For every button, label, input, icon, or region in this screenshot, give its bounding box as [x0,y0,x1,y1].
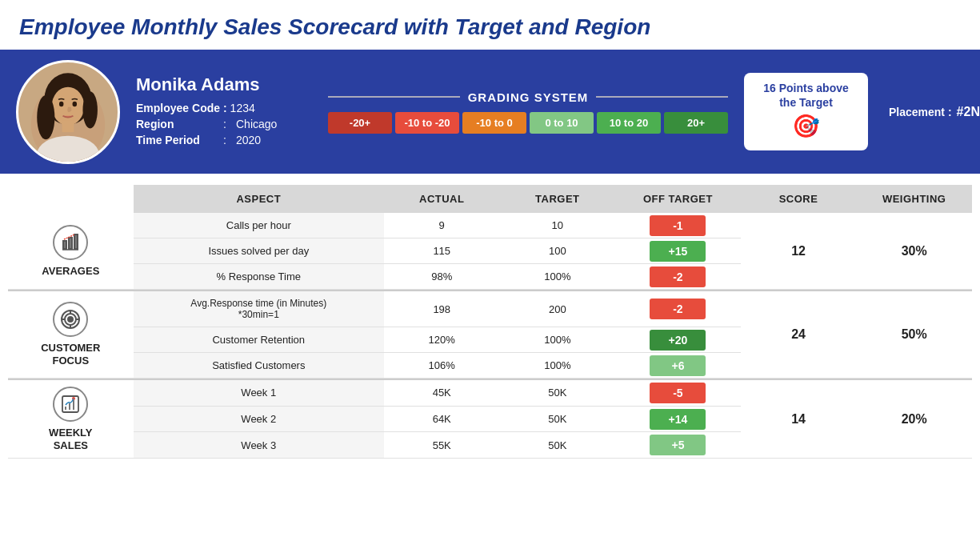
actual-cell: 98% [384,264,500,290]
bar-chart-icon [53,225,88,260]
weighting-averages: 30% [856,213,972,290]
region-colon: : [223,118,233,130]
svg-point-8 [73,101,78,106]
grade-bar-3: -10 to 0 [462,112,526,134]
off-target-cell: +6 [615,353,741,379]
table-row: WEEKLYSALES Week 1 45K 50K -5 14 20% [8,379,972,406]
actual-cell: 45K [384,379,500,406]
actual-cell: 55K [384,432,500,459]
aspect-cell: Customer Retention [134,327,384,353]
svg-point-3 [37,94,54,138]
grade-bar-1: -20+ [328,112,392,134]
off-target-cell: +20 [615,327,741,353]
grading-bars: -20+ -10 to -20 -10 to 0 0 to 10 10 to 2… [328,112,728,134]
region-label: Region [136,118,220,130]
off-target-cell: +14 [615,406,741,432]
target-cell: 100% [500,264,616,290]
svg-rect-6 [62,120,74,132]
aspect-cell: Avg.Response time (in Minutes)*30min=1 [134,291,384,327]
placement-section: Placement : #2ND [889,105,980,119]
page-title: Employee Monthly Sales Scorecard with Ta… [0,0,980,50]
code-label: Employee Code : [136,102,227,114]
off-target-cell: -5 [615,379,741,406]
target-cell: 50K [500,379,616,406]
employee-info: Monika Adams Employee Code : 1234 Region… [136,74,312,150]
svg-rect-9 [63,241,66,249]
target-icon [53,302,88,337]
placement-value: #2ND [957,105,980,119]
svg-rect-10 [69,238,72,249]
off-target-cell: -2 [615,291,741,327]
category-weekly-sales-label: WEEKLYSALES [49,427,92,451]
header-banner: Monika Adams Employee Code : 1234 Region… [0,50,980,174]
avatar [16,60,120,164]
svg-point-7 [59,101,64,106]
weighting-customer-focus: 50% [856,291,972,379]
header-actual: ACTUAL [384,185,500,213]
table-header-row: ASPECT ACTUAL TARGET OFF TARGET SCORE WE… [8,185,972,213]
target-cell: 100% [500,327,616,353]
target-cell: 100% [500,353,616,379]
actual-cell: 115 [384,238,500,264]
svg-rect-11 [74,234,78,249]
aspect-cell: Week 1 [134,379,384,406]
aspect-cell: % Response Time [134,264,384,290]
category-averages: AVERAGES [8,213,134,290]
employee-name: Monika Adams [136,74,312,95]
table-row: CUSTOMERFOCUS Avg.Response time (in Minu… [8,291,972,327]
grading-line-right [596,96,728,98]
header-target: TARGET [500,185,616,213]
sales-icon [53,387,88,422]
target-icon: 🎯 [755,113,857,139]
category-customer-focus: CUSTOMERFOCUS [8,291,134,379]
region-value: Chicago [236,118,277,130]
aspect-cell: Week 3 [134,432,384,459]
grade-bar-5: 10 to 20 [597,112,661,134]
svg-point-15 [68,317,73,322]
grading-section: GRADING SYSTEM -20+ -10 to -20 -10 to 0 … [328,90,728,134]
off-target-cell: -1 [615,213,741,238]
header-off-target: OFF TARGET [615,185,741,213]
off-target-cell: +5 [615,432,741,459]
header-empty [8,185,134,213]
grade-bar-2: -10 to -20 [395,112,459,134]
header-weighting: WEIGHTING [856,185,972,213]
score-averages: 12 [741,213,857,290]
grade-bar-6: 20+ [664,112,728,134]
category-customer-focus-label: CUSTOMERFOCUS [41,342,100,367]
header-aspect: ASPECT [134,185,384,213]
header-score: SCORE [741,185,857,213]
category-weekly-sales: WEEKLYSALES [8,379,134,459]
category-averages-label: AVERAGES [42,265,99,278]
grading-title: GRADING SYSTEM [468,90,589,104]
off-target-cell: +15 [615,238,741,264]
period-colon: : [223,134,233,146]
scorecard-section: ASPECT ACTUAL TARGET OFF TARGET SCORE WE… [0,174,980,467]
scorecard-table: ASPECT ACTUAL TARGET OFF TARGET SCORE WE… [8,185,972,459]
score-customer-focus: 24 [741,291,857,379]
target-badge-text: 16 Points abovethe Target [755,81,857,110]
actual-cell: 9 [384,213,500,238]
aspect-cell: Calls per hour [134,213,384,238]
score-weekly-sales: 14 [741,379,857,459]
period-value: 2020 [236,134,261,146]
target-cell: 50K [500,432,616,459]
target-cell: 100 [500,238,616,264]
svg-point-4 [82,91,97,128]
actual-cell: 64K [384,406,500,432]
aspect-cell: Issues solved per day [134,238,384,264]
target-cell: 200 [500,291,616,327]
actual-cell: 120% [384,327,500,353]
aspect-cell: Satisfied Customers [134,353,384,379]
target-cell: 10 [500,213,616,238]
grading-line-left [328,96,460,98]
aspect-cell: Week 2 [134,406,384,432]
actual-cell: 198 [384,291,500,327]
target-cell: 50K [500,406,616,432]
target-badge: 16 Points abovethe Target 🎯 [744,73,868,150]
grade-bar-4: 0 to 10 [530,112,594,134]
actual-cell: 106% [384,353,500,379]
table-row: AVERAGES Calls per hour 9 10 -1 12 30% [8,213,972,238]
svg-point-2 [52,86,85,125]
period-label: Time Period [136,134,220,146]
